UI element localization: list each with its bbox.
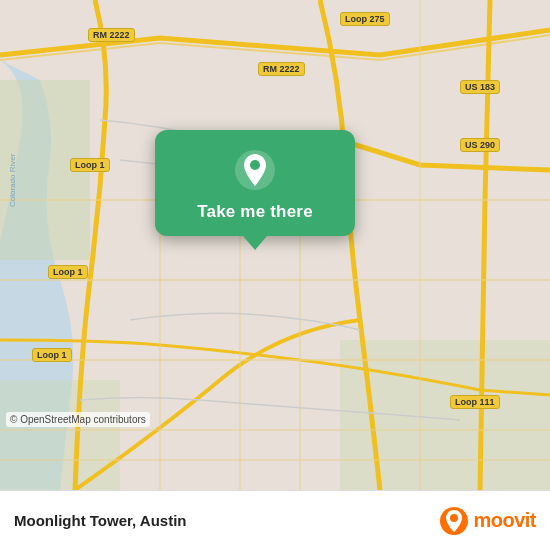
svg-text:Colorado River: Colorado River [8, 153, 17, 207]
location-pin-icon [233, 148, 277, 192]
road-label-loop1-mid: Loop 1 [48, 265, 88, 279]
road-label-loop1-lower: Loop 1 [32, 348, 72, 362]
road-label-rm2222-top: RM 2222 [88, 28, 135, 42]
moovit-text: moovit [473, 509, 536, 532]
callout-label: Take me there [197, 202, 313, 222]
bottom-bar: Moonlight Tower, Austin moovit [0, 490, 550, 550]
location-info: Moonlight Tower, Austin [14, 512, 186, 529]
svg-point-15 [250, 160, 260, 170]
callout-card[interactable]: Take me there [155, 130, 355, 236]
road-label-loop275: Loop 275 [340, 12, 390, 26]
location-name: Moonlight Tower, Austin [14, 512, 186, 529]
road-label-loop111: Loop 111 [450, 395, 500, 409]
road-label-us290: US 290 [460, 138, 500, 152]
road-label-us183: US 183 [460, 80, 500, 94]
road-label-rm2222-right: RM 2222 [258, 62, 305, 76]
moovit-logo: moovit [439, 506, 536, 536]
moovit-brand-icon [439, 506, 469, 536]
osm-credit: © OpenStreetMap contributors [6, 412, 150, 427]
road-label-loop1-top: Loop 1 [70, 158, 110, 172]
map-container: Colorado River RM 2222 RM 2222 Loop 275 … [0, 0, 550, 490]
svg-rect-3 [0, 380, 120, 490]
svg-point-17 [450, 514, 458, 522]
